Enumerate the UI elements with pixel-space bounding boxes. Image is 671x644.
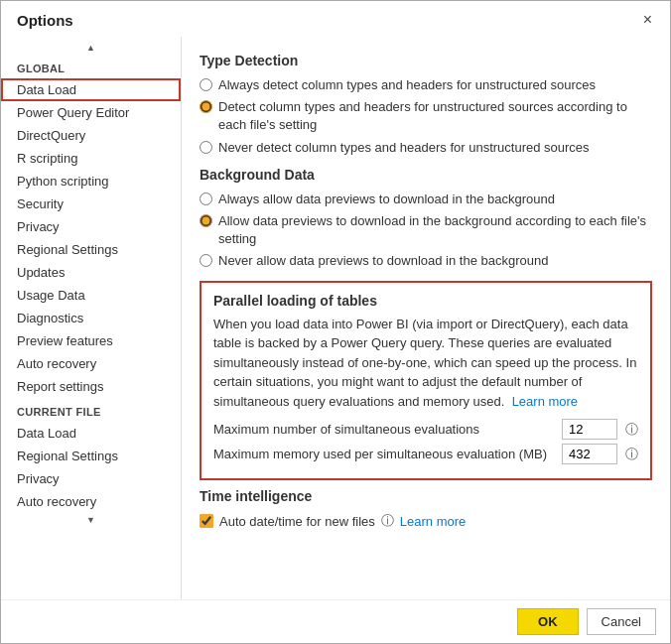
- sidebar-item-usage-data[interactable]: Usage Data: [1, 284, 181, 307]
- td-option-1[interactable]: Always detect column types and headers f…: [200, 76, 652, 94]
- sidebar-item-security[interactable]: Security: [1, 193, 181, 215]
- auto-datetime-row: Auto date/time for new files ⓘ Learn mor…: [200, 512, 652, 530]
- cancel-button[interactable]: Cancel: [587, 608, 656, 635]
- dialog-footer: OK Cancel: [1, 599, 670, 643]
- bd-radio-2[interactable]: [200, 214, 212, 227]
- parallel-loading-desc: When you load data into Power BI (via im…: [213, 315, 638, 412]
- ok-button[interactable]: OK: [517, 608, 579, 635]
- td-label-3: Never detect column types and headers fo…: [218, 139, 590, 157]
- sidebar-item-auto-recovery[interactable]: Auto recovery: [1, 352, 181, 375]
- time-learn-more-link[interactable]: Learn more: [400, 514, 466, 529]
- type-detection-title: Type Detection: [200, 53, 652, 68]
- parallel-loading-box: Parallel loading of tables When you load…: [200, 281, 652, 481]
- bd-radio-1[interactable]: [200, 193, 212, 205]
- sidebar-item-preview-features[interactable]: Preview features: [1, 329, 181, 352]
- global-section-header: GLOBAL: [1, 55, 181, 78]
- scroll-down-arrow[interactable]: ▼: [1, 513, 181, 527]
- td-label-1: Always detect column types and headers f…: [218, 76, 596, 94]
- parallel-memory-input[interactable]: [562, 444, 617, 464]
- type-detection-options: Always detect column types and headers f…: [200, 76, 652, 157]
- scroll-up-arrow[interactable]: ▲: [1, 41, 181, 55]
- main-content: Type Detection Always detect column type…: [182, 37, 670, 599]
- bd-label-1: Always allow data previews to download i…: [218, 191, 555, 208]
- auto-datetime-checkbox[interactable]: [200, 514, 213, 528]
- titlebar: Options ×: [1, 1, 670, 37]
- sidebar-item-updates[interactable]: Updates: [1, 261, 181, 284]
- dialog-title: Options: [17, 12, 73, 29]
- td-radio-2[interactable]: [200, 100, 212, 113]
- time-intelligence-section: Time intelligence Auto date/time for new…: [200, 488, 652, 530]
- bd-radio-3[interactable]: [200, 254, 212, 267]
- bd-label-3: Never allow data previews to download in…: [218, 252, 548, 270]
- bd-option-2[interactable]: Allow data previews to download in the b…: [200, 212, 652, 248]
- sidebar-scroll-area[interactable]: ▲ GLOBAL Data Load Power Query Editor Di…: [1, 37, 181, 599]
- bd-label-2: Allow data previews to download in the b…: [218, 212, 652, 248]
- td-radio-1[interactable]: [200, 78, 212, 91]
- bd-option-3[interactable]: Never allow data previews to download in…: [200, 252, 652, 270]
- background-data-title: Background Data: [200, 167, 652, 183]
- parallel-evaluations-info-icon[interactable]: ⓘ: [625, 421, 638, 439]
- bd-option-1[interactable]: Always allow data previews to download i…: [200, 191, 652, 208]
- td-label-2: Detect column types and headers for unst…: [218, 98, 652, 134]
- sidebar-item-r-scripting[interactable]: R scripting: [1, 147, 181, 170]
- td-option-2[interactable]: Detect column types and headers for unst…: [200, 98, 652, 134]
- time-intelligence-title: Time intelligence: [200, 488, 652, 504]
- sidebar-item-cf-auto-recovery[interactable]: Auto recovery: [1, 490, 181, 513]
- sidebar-item-privacy[interactable]: Privacy: [1, 215, 181, 238]
- sidebar-item-directquery[interactable]: DirectQuery: [1, 124, 181, 147]
- sidebar-item-diagnostics[interactable]: Diagnostics: [1, 307, 181, 329]
- sidebar-item-data-load[interactable]: Data Load: [1, 78, 181, 101]
- auto-datetime-label: Auto date/time for new files: [219, 514, 375, 529]
- sidebar-item-cf-regional-settings[interactable]: Regional Settings: [1, 445, 181, 467]
- background-data-options: Always allow data previews to download i…: [200, 191, 652, 271]
- parallel-learn-more-link[interactable]: Learn more: [512, 394, 578, 409]
- sidebar-item-cf-data-load[interactable]: Data Load: [1, 422, 181, 445]
- sidebar-item-regional-settings[interactable]: Regional Settings: [1, 238, 181, 261]
- parallel-memory-info-icon[interactable]: ⓘ: [625, 446, 638, 463]
- parallel-row-2: Maximum memory used per simultaneous eva…: [213, 444, 638, 464]
- close-button[interactable]: ×: [637, 9, 658, 31]
- parallel-row-1: Maximum number of simultaneous evaluatio…: [213, 419, 638, 440]
- sidebar-item-python-scripting[interactable]: Python scripting: [1, 170, 181, 193]
- auto-datetime-info-icon[interactable]: ⓘ: [381, 512, 394, 530]
- parallel-loading-title: Parallel loading of tables: [213, 293, 638, 309]
- dialog-body: ▲ GLOBAL Data Load Power Query Editor Di…: [1, 37, 670, 599]
- parallel-evaluations-input[interactable]: [562, 419, 617, 440]
- td-radio-3[interactable]: [200, 141, 212, 154]
- options-dialog: Options × ▲ GLOBAL Data Load Power Query…: [0, 0, 671, 644]
- sidebar-item-cf-privacy[interactable]: Privacy: [1, 467, 181, 490]
- main-scroll-area[interactable]: Type Detection Always detect column type…: [182, 37, 670, 599]
- sidebar-item-power-query-editor[interactable]: Power Query Editor: [1, 101, 181, 124]
- parallel-row-2-label: Maximum memory used per simultaneous eva…: [213, 447, 554, 461]
- sidebar-item-report-settings[interactable]: Report settings: [1, 375, 181, 398]
- td-option-3[interactable]: Never detect column types and headers fo…: [200, 139, 652, 157]
- parallel-row-1-label: Maximum number of simultaneous evaluatio…: [213, 422, 554, 437]
- sidebar: ▲ GLOBAL Data Load Power Query Editor Di…: [1, 37, 182, 599]
- current-file-section-header: CURRENT FILE: [1, 398, 181, 422]
